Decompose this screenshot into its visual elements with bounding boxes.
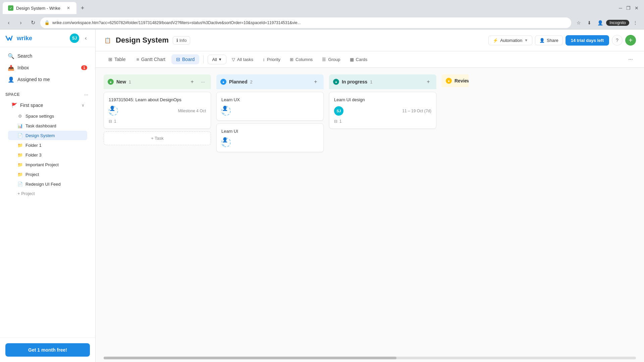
group-icon: ☰ xyxy=(322,57,326,62)
group-label: Group xyxy=(328,57,340,62)
cards-icon: ▦ xyxy=(350,57,354,62)
add-button[interactable]: + xyxy=(625,35,636,46)
column-more-button-new[interactable]: ··· xyxy=(199,78,207,86)
page-icon: 📋 xyxy=(104,36,112,44)
folder-3-icon: 📁 xyxy=(17,152,23,158)
menu-icon[interactable]: ⋮ xyxy=(631,18,640,27)
card-title-learn-ui[interactable]: Learn UI xyxy=(221,128,319,134)
column-planned: ● Planned 2 + Learn UX 👤+ Learn UI 👤+ xyxy=(216,74,324,152)
first-space-item[interactable]: 🚩 First space ∨ xyxy=(8,100,87,111)
columns-label: Columns xyxy=(296,57,313,62)
help-button[interactable]: ? xyxy=(612,35,623,46)
info-button[interactable]: ℹ Info xyxy=(173,36,191,45)
sidebar-avatar[interactable]: SJ xyxy=(70,34,79,43)
sidebar-item-task-dashboard[interactable]: 📊 Task dashboard xyxy=(8,121,87,130)
status-icon-review: ● xyxy=(446,78,452,84)
address-bar[interactable]: 🔒 wrike.com/workspace.htm?acc=6250782#fo… xyxy=(40,17,571,28)
assign-button-learn-ui[interactable]: 👤+ xyxy=(221,138,231,147)
sidebar-item-project[interactable]: 📁 Project xyxy=(8,170,87,179)
first-space-label: First space xyxy=(20,103,43,108)
column-add-button-planned[interactable]: + xyxy=(312,78,320,86)
profile-icon[interactable]: 👤 xyxy=(595,18,605,27)
all-dropdown[interactable]: All ▼ xyxy=(208,55,226,64)
download-icon[interactable]: ⬇ xyxy=(585,18,594,27)
tab-close-button[interactable]: ✕ xyxy=(66,5,71,11)
card-row-designops: 👤+ Milestone 4 Oct xyxy=(109,106,206,116)
all-dropdown-label: All xyxy=(212,57,217,62)
priority-filter[interactable]: ↕ Priority xyxy=(259,55,284,64)
dashboard-icon: 📊 xyxy=(17,123,23,128)
sidebar-collapse-button[interactable]: ‹ xyxy=(82,34,90,42)
automation-label: Automation xyxy=(500,38,522,43)
new-tab-button[interactable]: + xyxy=(78,3,87,13)
maximize-button[interactable]: ❐ xyxy=(626,5,631,11)
cards-filter[interactable]: ▦ Cards xyxy=(346,55,372,64)
sidebar-item-folder-1[interactable]: 📁 Folder 1 xyxy=(8,140,87,150)
redesign-label: Redesign UI Feed xyxy=(25,182,61,187)
table-label: Table xyxy=(114,57,125,62)
sidebar-item-redesign-ui-feed[interactable]: 📄 Redesign UI Feed xyxy=(8,179,87,189)
card-title-designops[interactable]: 1197315045: Learn about DesignOps xyxy=(109,97,206,103)
column-count-inprogress: 1 xyxy=(370,79,372,84)
date-range-learn-ui-design: 11 – 19 Oct (7d) xyxy=(402,109,431,113)
group-filter[interactable]: ☰ Group xyxy=(318,55,344,64)
important-project-icon: 📁 xyxy=(17,162,23,167)
add-project-label: + Project xyxy=(17,191,35,196)
assigned-icon: 👤 xyxy=(8,76,14,82)
sidebar-item-important-project[interactable]: 📁 Important Project xyxy=(8,160,87,169)
add-project-button[interactable]: + Project xyxy=(8,189,87,198)
scrollbar-thumb[interactable] xyxy=(104,357,396,359)
status-icon-planned: ● xyxy=(220,79,226,85)
inbox-icon: 📥 xyxy=(8,65,14,71)
sidebar-footer: Get 1 month free! xyxy=(0,338,95,362)
board-scrollbar[interactable] xyxy=(104,357,636,359)
sidebar-item-assigned[interactable]: 👤 Assigned to me xyxy=(3,74,93,85)
space-flag-icon: 🚩 xyxy=(11,102,17,109)
help-icon: ? xyxy=(616,38,619,43)
add-task-button-new[interactable]: + Task xyxy=(104,131,211,145)
automation-button[interactable]: ⚡ Automation ▼ xyxy=(488,36,532,45)
sidebar-item-search[interactable]: 🔍 Search xyxy=(3,50,93,62)
forward-button[interactable]: › xyxy=(16,18,25,27)
incognito-button[interactable]: Incognito xyxy=(606,20,629,26)
sidebar-item-design-system[interactable]: 📄 Design System xyxy=(8,131,87,140)
bookmark-icon[interactable]: ☆ xyxy=(574,18,583,27)
back-button[interactable]: ‹ xyxy=(4,18,13,27)
minimize-button[interactable]: ─ xyxy=(619,5,622,11)
all-tasks-filter[interactable]: ▽ All tasks xyxy=(228,55,257,64)
reload-button[interactable]: ↻ xyxy=(28,18,38,27)
get-free-button[interactable]: Get 1 month free! xyxy=(5,343,90,357)
tab-board[interactable]: ⊟ Board xyxy=(171,54,199,64)
space-more-button[interactable]: ··· xyxy=(83,91,90,98)
wrike-logo-icon xyxy=(5,35,15,42)
card-title-learn-ux[interactable]: Learn UX xyxy=(221,97,319,103)
share-button[interactable]: 👤 Share xyxy=(535,36,563,45)
space-settings-label: Space settings xyxy=(25,114,54,119)
column-title-new: New xyxy=(116,79,126,84)
browser-tab[interactable]: ✓ Design System - Wrike ✕ xyxy=(3,2,76,14)
column-header-inprogress: ● In progress 1 + xyxy=(329,74,436,89)
card-title-learn-ui-design[interactable]: Learn UI design xyxy=(334,97,431,103)
wrike-logo: wrike xyxy=(5,35,32,42)
close-window-button[interactable]: ✕ xyxy=(635,5,639,11)
sidebar-item-space-settings[interactable]: ⚙ Space settings xyxy=(8,111,87,121)
assign-button-learn-ux[interactable]: 👤+ xyxy=(221,106,231,116)
column-add-button-inprogress[interactable]: + xyxy=(424,78,432,86)
cards-label: Cards xyxy=(356,57,368,62)
sidebar-inbox-label: Inbox xyxy=(17,65,29,70)
sidebar-assigned-label: Assigned to me xyxy=(17,77,50,82)
milestone-tag-designops: Milestone 4 Oct xyxy=(178,109,206,113)
search-icon: 🔍 xyxy=(8,53,14,59)
tab-gantt[interactable]: ≡ Gantt Chart xyxy=(131,54,170,64)
sidebar-item-inbox[interactable]: 📥 Inbox 1 xyxy=(3,62,93,73)
tab-table[interactable]: ⊞ Table xyxy=(104,54,130,64)
toolbar-separator xyxy=(203,55,204,63)
column-count-new: 1 xyxy=(129,79,131,84)
columns-filter[interactable]: ⊞ Columns xyxy=(286,55,317,64)
assign-button-designops[interactable]: 👤+ xyxy=(109,106,118,116)
toolbar-more-button[interactable]: ··· xyxy=(625,54,636,65)
column-add-button-new[interactable]: + xyxy=(188,78,196,86)
trial-button[interactable]: 14 trial days left xyxy=(566,35,609,46)
folder-1-icon: 📁 xyxy=(17,142,23,148)
sidebar-item-folder-3[interactable]: 📁 Folder 3 xyxy=(8,150,87,160)
